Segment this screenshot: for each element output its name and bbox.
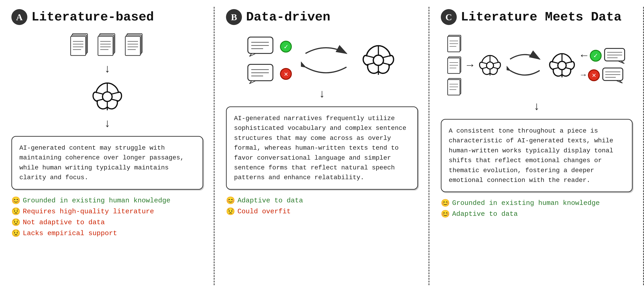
svg-point-71 (558, 61, 566, 69)
panel-a-title: A Literature-based (12, 9, 154, 25)
arrow-down-c: ↓ (533, 101, 540, 113)
emoji-a-3: 😟 (12, 218, 20, 227)
verdict-a-4: 😟 Lacks empirical support (12, 229, 203, 238)
svg-line-76 (565, 62, 572, 63)
panel-c-textbox: A consistent tone throughout a piece is … (441, 119, 632, 192)
emoji-c-1: 😊 (441, 198, 450, 208)
doc-c-3 (447, 77, 463, 97)
panel-b-title: B Data-driven (226, 9, 330, 25)
arrow-left-c1: ← (581, 50, 588, 62)
x-circle-c: ✕ (588, 69, 600, 81)
openai-logo-c1 (478, 53, 502, 78)
cycle-arc-c (507, 50, 543, 81)
svg-line-25 (111, 99, 118, 101)
panel-c-title-text: Literature Meets Data (461, 10, 622, 24)
openai-logo-b (360, 42, 396, 78)
openai-logo-a (90, 80, 124, 114)
emoji-a-4: 😟 (12, 229, 20, 238)
panel-c-title: C Literature Meets Data (441, 9, 622, 25)
svg-line-24 (96, 92, 104, 94)
panel-b: B Data-driven ✓ (214, 0, 429, 292)
emoji-c-2: 😊 (441, 209, 450, 219)
verdict-c-2: 😊 Adaptive to data (441, 209, 632, 219)
panel-b-verdicts: 😊 Adaptive to data 😟 Could overfit (226, 196, 418, 218)
arrow-down-a2: ↓ (104, 118, 111, 130)
emoji-a-2: 😟 (12, 207, 20, 216)
arrow-down-b: ↓ (318, 89, 325, 100)
svg-rect-9 (98, 36, 113, 55)
panel-a-title-text: Literature-based (32, 10, 154, 24)
panel-b-title-text: Data-driven (246, 10, 330, 24)
svg-rect-2 (70, 36, 86, 55)
verdict-a-3: 😟 Not adaptive to data (12, 218, 203, 227)
verdict-b-1: 😊 Adaptive to data (226, 196, 418, 205)
verdict-a-2: 😟 Requires high-quality literature (12, 207, 203, 216)
panel-b-diagram: ✓ ✕ (226, 36, 418, 84)
chat-bubble-c-bad-icon (602, 67, 625, 83)
svg-line-74 (552, 62, 559, 63)
svg-rect-48 (448, 36, 460, 52)
document-icon-1 (70, 32, 90, 57)
check-circle-c: ✓ (590, 50, 602, 62)
svg-rect-58 (448, 80, 460, 95)
svg-rect-16 (125, 36, 140, 55)
document-icon-3 (124, 32, 145, 57)
panel-a-docs (70, 32, 145, 57)
panel-a-label: A (12, 9, 27, 25)
svg-point-21 (102, 92, 112, 101)
arrow-down-a1: ↓ (104, 64, 111, 75)
panel-c-diagram: → (441, 34, 632, 97)
chat-bubble-bad-icon (247, 64, 277, 84)
svg-line-46 (366, 63, 374, 65)
doc-c-2 (447, 56, 463, 75)
svg-rect-78 (604, 48, 625, 61)
chat-column: ✓ ✕ (247, 36, 292, 84)
chat-bubble-good-icon (247, 36, 277, 57)
svg-line-66 (492, 67, 498, 68)
doc-c-1 (447, 34, 463, 53)
openai-logo-c2 (547, 51, 577, 80)
svg-line-26 (111, 92, 118, 94)
document-icon-2 (97, 32, 118, 57)
panel-b-textbox: AI-generated narratives frequently utili… (226, 106, 418, 190)
panel-a-textbox: AI-generated content may struggle with m… (12, 136, 203, 190)
svg-line-45 (382, 56, 390, 58)
emoji-b-2: 😟 (226, 207, 235, 216)
verdict-b-2: 😟 Could overfit (226, 207, 418, 216)
svg-point-40 (373, 55, 384, 65)
svg-line-75 (565, 68, 572, 69)
svg-line-44 (382, 63, 390, 65)
svg-line-77 (552, 68, 559, 69)
check-circle-icon: ✓ (280, 41, 292, 52)
panel-a-verdicts: 😊 Grounded in existing human knowledge 😟… (12, 196, 203, 240)
cycle-arrows-b (301, 42, 351, 78)
svg-line-68 (482, 67, 487, 68)
verdict-c-1: 😊 Grounded in existing human knowledge (441, 198, 632, 208)
svg-marker-84 (616, 81, 622, 83)
svg-line-27 (96, 99, 104, 101)
docs-col-c (447, 34, 463, 97)
arrow-right-c2: → (581, 70, 586, 80)
arrow-right-c1: → (467, 59, 474, 72)
chat-bubble-c-good-icon (604, 48, 627, 64)
svg-line-43 (366, 56, 374, 58)
emoji-a-1: 😊 (12, 196, 20, 205)
svg-line-65 (482, 62, 487, 64)
panel-c: C Literature Meets Data (430, 0, 644, 292)
svg-rect-83 (603, 68, 623, 81)
feedback-bad-c: → ✕ (581, 67, 627, 83)
svg-rect-53 (448, 58, 460, 73)
svg-marker-79 (618, 61, 624, 64)
feedback-col-c: ← ✓ → ✕ (581, 48, 627, 83)
panel-c-verdicts: 😊 Grounded in existing human knowledge 😊… (441, 198, 632, 220)
chat-bad: ✕ (247, 64, 292, 84)
chat-good: ✓ (247, 36, 292, 57)
svg-line-67 (492, 62, 498, 64)
cycle-arc-icon (301, 42, 351, 78)
panel-c-label: C (441, 9, 457, 25)
emoji-b-1: 😊 (226, 196, 235, 205)
panel-b-label: B (226, 9, 242, 25)
svg-point-62 (486, 62, 494, 69)
x-circle-icon: ✕ (280, 68, 292, 80)
verdict-a-1: 😊 Grounded in existing human knowledge (12, 196, 203, 205)
